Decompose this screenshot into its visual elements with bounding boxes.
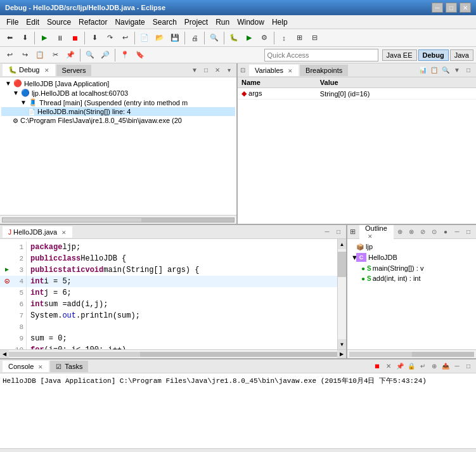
outline-toolbar3[interactable]: ⊘ bbox=[418, 227, 428, 237]
toolbar-misc2[interactable]: ⊞ bbox=[292, 31, 306, 45]
console-min[interactable]: ─ bbox=[452, 361, 462, 371]
toolbar-new[interactable]: 📄 bbox=[138, 31, 151, 45]
editor-max[interactable]: □ bbox=[333, 227, 344, 237]
console-word-wrap[interactable]: ↵ bbox=[418, 361, 428, 371]
editor-vscrollbar[interactable]: ▲ ▼ bbox=[337, 239, 346, 349]
console-max[interactable]: □ bbox=[463, 361, 473, 371]
menu-help[interactable]: Help bbox=[268, 16, 292, 28]
menu-panel-icon[interactable]: ▾ bbox=[224, 65, 234, 75]
close-button[interactable]: ✕ bbox=[460, 3, 471, 13]
outline-hscroll[interactable] bbox=[349, 352, 474, 357]
outline-item-package[interactable]: 📦 ljp bbox=[350, 242, 473, 252]
editor-content[interactable]: 1 package ljp; 2 public class HelloJDB {… bbox=[0, 239, 337, 349]
menu-navigate[interactable]: Navigate bbox=[111, 16, 148, 28]
toolbar2-copy[interactable]: 📋 bbox=[33, 48, 47, 62]
tab-variables[interactable]: Variables ✕ bbox=[249, 65, 299, 76]
outline-item-main[interactable]: ● S main(String[]) : v bbox=[350, 263, 473, 273]
toolbar2-paste[interactable]: 📌 bbox=[63, 48, 77, 62]
toolbar-run[interactable]: ▶ bbox=[37, 31, 51, 45]
outline-toolbar5[interactable]: ● bbox=[441, 227, 451, 237]
menu-project[interactable]: Project bbox=[181, 16, 212, 28]
toolbar-open[interactable]: 📂 bbox=[153, 31, 167, 45]
outline-toolbar1[interactable]: ⊕ bbox=[395, 227, 405, 237]
outline-item-add[interactable]: ● S add(int, int) : int bbox=[350, 273, 473, 283]
console-clear[interactable]: ✕ bbox=[383, 361, 394, 371]
console-new[interactable]: ⊕ bbox=[429, 361, 439, 371]
scroll-thumb[interactable] bbox=[338, 252, 346, 277]
toolbar-search[interactable]: 🔍 bbox=[207, 31, 221, 45]
debug-hscroll[interactable] bbox=[2, 217, 235, 223]
tree-item-jvm[interactable]: ▼ 🔵 ljp.HelloJDB at localhost:60703 bbox=[1, 88, 235, 98]
tab-servers[interactable]: Servers bbox=[56, 65, 92, 76]
toolbar2-marker[interactable]: 📍 bbox=[118, 48, 132, 62]
tab-breakpoints[interactable]: Breakpoints bbox=[300, 65, 348, 76]
minimize-panel-icon[interactable]: ▼ bbox=[190, 65, 200, 75]
toolbar2-redo[interactable]: ↪ bbox=[18, 48, 32, 62]
tree-item-process[interactable]: ⚙ C:\Program Files\Java\jre1.8.0_45\bin\… bbox=[1, 116, 235, 125]
toolbar-misc3[interactable]: ⊟ bbox=[307, 31, 321, 45]
table-row[interactable]: ◆ args String[0] (id=16) bbox=[238, 88, 476, 100]
maximize-panel-icon[interactable]: □ bbox=[201, 65, 211, 75]
toolbar2-find[interactable]: 🔍 bbox=[83, 48, 97, 62]
menu-refactor[interactable]: Refactor bbox=[75, 16, 111, 28]
tree-item-frame[interactable]: 📄 HelloJDB.main(String[]) line: 4 bbox=[1, 107, 235, 116]
perspective-java[interactable]: Java bbox=[450, 49, 473, 61]
perspective-javaee[interactable]: Java EE bbox=[382, 49, 417, 61]
toolbar-stop[interactable]: ⏹ bbox=[68, 31, 82, 45]
toolbar-debug2[interactable]: 🐛 bbox=[227, 31, 241, 45]
vars-maximize[interactable]: □ bbox=[463, 65, 473, 75]
toolbar-ext[interactable]: ⚙ bbox=[257, 31, 271, 45]
toolbar-stepover[interactable]: ↷ bbox=[103, 31, 117, 45]
minimize-button[interactable]: ─ bbox=[432, 3, 443, 13]
toolbar2-undo[interactable]: ↩ bbox=[3, 48, 16, 62]
tree-item-app[interactable]: ▼ 🔴 HelloJDB [Java Application] bbox=[1, 79, 235, 88]
console-stop[interactable]: ⏹ bbox=[372, 361, 382, 371]
menu-source[interactable]: Source bbox=[43, 16, 75, 28]
debug-tab-close[interactable]: ✕ bbox=[44, 67, 49, 74]
tab-tasks[interactable]: ☑ Tasks bbox=[50, 361, 88, 372]
console-tab-close[interactable]: ✕ bbox=[38, 364, 43, 370]
variables-tab-close[interactable]: ✕ bbox=[288, 68, 293, 74]
toolbar2-bookmark[interactable]: 🔖 bbox=[133, 48, 147, 62]
editor-min[interactable]: ─ bbox=[322, 227, 332, 237]
console-scroll-lock[interactable]: 🔒 bbox=[406, 361, 416, 371]
outline-max[interactable]: □ bbox=[463, 227, 473, 237]
menu-run[interactable]: Run bbox=[212, 16, 233, 28]
outline-toolbar4[interactable]: ⊙ bbox=[429, 227, 439, 237]
toolbar-back[interactable]: ⬅ bbox=[3, 31, 16, 45]
toolbar-pause[interactable]: ⏸ bbox=[53, 31, 67, 45]
quick-access-input[interactable] bbox=[264, 49, 378, 61]
vars-minimize[interactable]: ▼ bbox=[452, 65, 462, 75]
toolbar2-zoom[interactable]: 🔎 bbox=[98, 48, 112, 62]
toolbar-save[interactable]: 💾 bbox=[168, 31, 182, 45]
toolbar-run2[interactable]: ▶ bbox=[242, 31, 256, 45]
menu-file[interactable]: File bbox=[3, 16, 22, 28]
vars-toolbar2[interactable]: 📋 bbox=[429, 65, 439, 75]
hscroll-left[interactable]: ◀ bbox=[0, 350, 9, 358]
tab-console[interactable]: Console ✕ bbox=[3, 361, 49, 372]
menu-edit[interactable]: Edit bbox=[22, 16, 43, 28]
editor-tab-close[interactable]: ✕ bbox=[61, 229, 67, 236]
close-panel-icon[interactable]: ✕ bbox=[212, 65, 222, 75]
outline-min[interactable]: ─ bbox=[452, 227, 462, 237]
tab-hellojdb[interactable]: J HelloJDB.java ✕ bbox=[3, 226, 72, 238]
window-controls[interactable]: ─ □ ✕ bbox=[432, 3, 471, 13]
toolbar-stepinto[interactable]: ⬇ bbox=[87, 31, 101, 45]
menu-window[interactable]: Window bbox=[233, 16, 268, 28]
toolbar-fwd[interactable]: ⬇ bbox=[18, 31, 32, 45]
tree-item-thread[interactable]: ▼ 🧵 Thread [main] (Suspended (entry into… bbox=[1, 98, 235, 107]
hscroll-right[interactable]: ▶ bbox=[337, 350, 346, 358]
toolbar-misc1[interactable]: ↕ bbox=[277, 31, 291, 45]
toolbar-print[interactable]: 🖨 bbox=[188, 31, 202, 45]
editor-hscroll[interactable] bbox=[9, 352, 337, 357]
console-output[interactable]: 📤 bbox=[441, 361, 451, 371]
perspective-debug[interactable]: Debug bbox=[418, 49, 449, 61]
toolbar-stepreturn[interactable]: ↩ bbox=[118, 31, 132, 45]
outline-item-class[interactable]: ▼ C HelloJDB bbox=[350, 252, 473, 263]
outline-tab-close[interactable]: ✕ bbox=[368, 233, 373, 240]
console-pin[interactable]: 📌 bbox=[395, 361, 405, 371]
vars-toolbar1[interactable]: 📊 bbox=[418, 65, 428, 75]
tab-debug[interactable]: 🐛 Debug ✕ bbox=[3, 64, 55, 76]
scroll-down[interactable]: ▼ bbox=[338, 339, 346, 349]
outline-toolbar2[interactable]: ⊗ bbox=[406, 227, 416, 237]
